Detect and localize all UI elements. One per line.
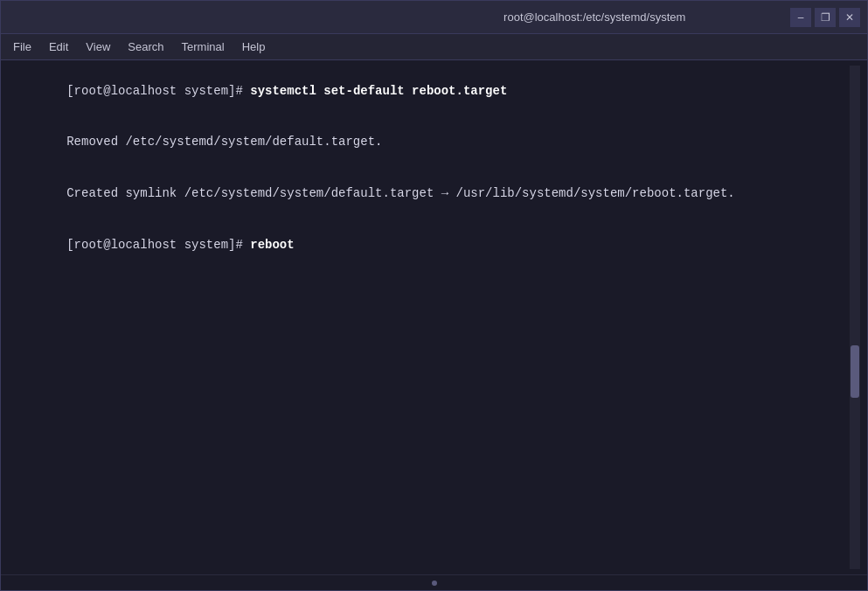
menu-edit[interactable]: Edit [40,37,77,57]
menubar: File Edit View Search Terminal Help [1,34,867,60]
terminal-area[interactable]: [root@localhost system]# systemctl set-d… [1,60,867,574]
terminal-line: [root@localhost system]# systemctl set-d… [8,66,850,117]
terminal-window: root@localhost:/etc/systemd/system – ❐ ✕… [0,0,868,591]
status-dot [432,581,437,586]
window-title: root@localhost:/etc/systemd/system [399,10,791,24]
prompt: [root@localhost system]# [66,238,250,252]
prompt: [root@localhost system]# [66,84,250,98]
terminal-line: Created symlink /etc/systemd/system/defa… [8,169,850,220]
titlebar: root@localhost:/etc/systemd/system – ❐ ✕ [1,1,867,34]
menu-file[interactable]: File [4,37,40,57]
menu-terminal[interactable]: Terminal [173,37,233,57]
terminal-line: [root@localhost system]# reboot [8,219,850,271]
bottom-bar [1,574,867,590]
minimize-button[interactable]: – [790,8,811,27]
close-button[interactable]: ✕ [839,8,860,27]
terminal-line: Removed /etc/systemd/system/default.targ… [8,117,850,169]
menu-view[interactable]: View [77,37,119,57]
command-text: reboot [250,238,294,252]
menu-search[interactable]: Search [119,37,172,57]
output-text: Created symlink /etc/systemd/system/defa… [66,186,735,200]
scrollbar[interactable] [850,66,860,569]
window-controls: – ❐ ✕ [790,8,860,27]
menu-help[interactable]: Help [233,37,274,57]
scrollbar-thumb[interactable] [851,345,859,398]
maximize-button[interactable]: ❐ [815,8,836,27]
command-text: systemctl set-default reboot.target [250,84,507,98]
terminal-output: [root@localhost system]# systemctl set-d… [8,66,850,569]
output-text: Removed /etc/systemd/system/default.targ… [66,135,382,149]
